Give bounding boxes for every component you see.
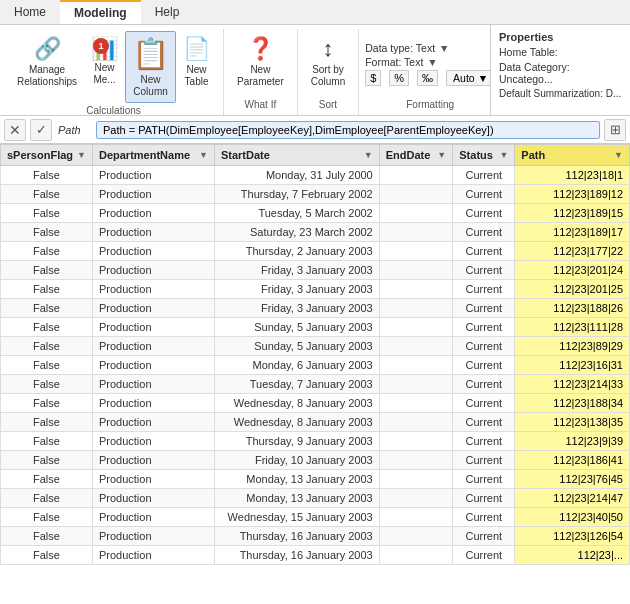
table-row: False Production Wednesday, 8 January 20… — [1, 394, 630, 413]
col-path[interactable]: Path ▼ — [515, 145, 630, 166]
cell-path: 112|23|16|31 — [515, 356, 630, 375]
cell-end-date — [379, 261, 453, 280]
table-row: False Production Monday, 6 January 2003 … — [1, 356, 630, 375]
formula-expand-icon[interactable]: ⊞ — [604, 119, 626, 141]
formula-check-button[interactable]: ✓ — [30, 119, 52, 141]
col-end-date-sort[interactable]: ▼ — [437, 150, 446, 160]
col-status-label: Status — [459, 149, 493, 161]
table-row: False Production Tuesday, 5 March 2002 C… — [1, 204, 630, 223]
data-category-label: Data Category: — [499, 61, 570, 73]
cell-person-flag: False — [1, 356, 93, 375]
calculations-group: 🔗 ManageRelationships 📊 1 NewMe... 📋 New… — [4, 29, 224, 115]
col-status[interactable]: Status ▼ — [453, 145, 515, 166]
col-end-date[interactable]: EndDate ▼ — [379, 145, 453, 166]
sort-by-column-button[interactable]: ↕️ Sort byColumn — [304, 31, 352, 93]
cell-person-flag: False — [1, 394, 93, 413]
col-start-date[interactable]: StartDate ▼ — [214, 145, 379, 166]
tab-home[interactable]: Home — [0, 0, 60, 24]
new-measure-button[interactable]: 📊 1 NewMe... — [84, 31, 125, 91]
cell-path: 112|23|9|39 — [515, 432, 630, 451]
cell-status: Current — [453, 451, 515, 470]
table-row: False Production Monday, 13 January 2003… — [1, 489, 630, 508]
new-parameter-button[interactable]: ❓ NewParameter — [230, 31, 291, 93]
col-end-date-label: EndDate — [386, 149, 431, 161]
new-parameter-label: NewParameter — [237, 64, 284, 88]
table-row: False Production Thursday, 16 January 20… — [1, 527, 630, 546]
cell-start-date: Sunday, 5 January 2003 — [214, 337, 379, 356]
cell-start-date: Monday, 6 January 2003 — [214, 356, 379, 375]
cell-path: 112|23|188|26 — [515, 299, 630, 318]
cell-end-date — [379, 166, 453, 185]
tab-modeling[interactable]: Modeling — [60, 0, 141, 24]
default-summarization-row: Default Summarization: D... — [499, 88, 622, 99]
sort-group: ↕️ Sort byColumn Sort — [298, 29, 359, 115]
new-column-button[interactable]: 📋 NewColumn — [125, 31, 176, 103]
cell-person-flag: False — [1, 527, 93, 546]
cell-person-flag: False — [1, 299, 93, 318]
new-parameter-icon: ❓ — [247, 36, 274, 62]
col-status-sort[interactable]: ▼ — [499, 150, 508, 160]
cell-end-date — [379, 489, 453, 508]
format-label: Format: Text — [365, 56, 423, 68]
cell-person-flag: False — [1, 489, 93, 508]
cell-dept-name: Production — [92, 223, 214, 242]
table-row: False Production Wednesday, 15 January 2… — [1, 508, 630, 527]
cell-path: 112|23|186|41 — [515, 451, 630, 470]
currency-button[interactable]: $ — [365, 70, 381, 86]
table-row: False Production Sunday, 5 January 2003 … — [1, 318, 630, 337]
table-row: False Production Monday, 31 July 2000 Cu… — [1, 166, 630, 185]
cell-path: 112|23|126|54 — [515, 527, 630, 546]
formula-input[interactable]: Path = PATH(DimEmployee[EmployeeKey],Dim… — [96, 121, 600, 139]
formula-close-button[interactable]: ✕ — [4, 119, 26, 141]
cell-status: Current — [453, 470, 515, 489]
cell-status: Current — [453, 375, 515, 394]
col-path-sort[interactable]: ▼ — [614, 150, 623, 160]
cell-start-date: Thursday, 9 January 2003 — [214, 432, 379, 451]
cell-person-flag: False — [1, 204, 93, 223]
cell-status: Current — [453, 280, 515, 299]
cell-person-flag: False — [1, 261, 93, 280]
col-dept-name[interactable]: DepartmentName ▼ — [92, 145, 214, 166]
cell-person-flag: False — [1, 546, 93, 565]
header-row: sPersonFlag ▼ DepartmentName ▼ StartDate… — [1, 145, 630, 166]
cell-status: Current — [453, 223, 515, 242]
data-type-dropdown-icon[interactable]: ▼ — [439, 42, 449, 54]
new-table-icon: 📄 — [183, 36, 210, 62]
data-type-label: Data type: Text — [365, 42, 435, 54]
tab-help[interactable]: Help — [141, 0, 194, 24]
cell-end-date — [379, 394, 453, 413]
col-start-date-sort[interactable]: ▼ — [364, 150, 373, 160]
col-dept-name-sort[interactable]: ▼ — [199, 150, 208, 160]
col-person-flag-sort[interactable]: ▼ — [77, 150, 86, 160]
default-summarization-label: Default Summarization: — [499, 88, 606, 99]
cell-path: 112|23|214|33 — [515, 375, 630, 394]
cell-start-date: Friday, 3 January 2003 — [214, 299, 379, 318]
cell-end-date — [379, 223, 453, 242]
cell-end-date — [379, 413, 453, 432]
cell-end-date — [379, 299, 453, 318]
cell-status: Current — [453, 489, 515, 508]
format-dropdown-icon[interactable]: ▼ — [427, 56, 437, 68]
new-measure-label: NewMe... — [93, 62, 115, 86]
cell-dept-name: Production — [92, 375, 214, 394]
cell-path: 112|23|189|12 — [515, 185, 630, 204]
ribbon: Home Modeling Help 🔗 ManageRelationships… — [0, 0, 630, 116]
cell-end-date — [379, 432, 453, 451]
permille-button[interactable]: ‰ — [417, 70, 438, 86]
percent-button[interactable]: % — [389, 70, 409, 86]
new-table-button[interactable]: 📄 NewTable — [176, 31, 217, 93]
cell-path: 112|23|214|47 — [515, 489, 630, 508]
cell-person-flag: False — [1, 166, 93, 185]
col-person-flag[interactable]: sPersonFlag ▼ — [1, 145, 93, 166]
cell-status: Current — [453, 242, 515, 261]
calculations-group-items: 🔗 ManageRelationships 📊 1 NewMe... 📋 New… — [10, 31, 217, 103]
properties-title: Properties — [499, 31, 622, 43]
manage-relationships-button[interactable]: 🔗 ManageRelationships — [10, 31, 84, 93]
col-path-label: Path — [521, 149, 545, 161]
table-row: False Production Wednesday, 8 January 20… — [1, 413, 630, 432]
cell-person-flag: False — [1, 242, 93, 261]
cell-person-flag: False — [1, 280, 93, 299]
sort-by-column-label: Sort byColumn — [311, 64, 345, 88]
formatting-group: Data type: Text ▼ Format: Text ▼ $ % ‰ A… — [359, 29, 502, 115]
cell-start-date: Friday, 3 January 2003 — [214, 261, 379, 280]
